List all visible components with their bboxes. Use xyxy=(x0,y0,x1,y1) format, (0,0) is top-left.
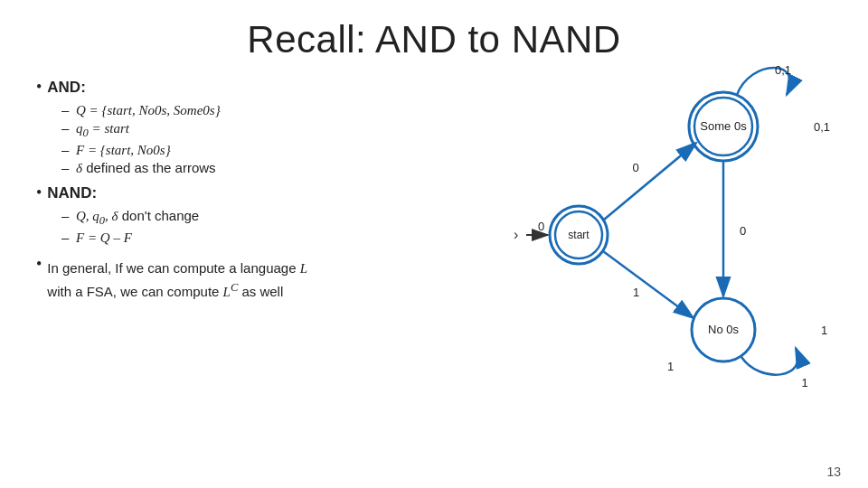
and-formula-f: F = {start, No0s} xyxy=(76,143,171,157)
nand-title: NAND: xyxy=(47,184,97,202)
and-title: AND: xyxy=(47,79,86,97)
state-no0s-label: No 0s xyxy=(708,323,739,336)
no0s-self-loop xyxy=(741,348,798,375)
nand-label: • NAND: xyxy=(36,183,506,206)
and-item-3: F = {start, No0s} xyxy=(61,142,506,158)
and-item-4: δ defined as the arrows xyxy=(61,160,506,176)
start-to-some0s-label: 0 xyxy=(632,161,638,174)
state-start-label: start xyxy=(568,229,590,241)
fsa-svg: Some 0s start › No 0s 0,1 1 xyxy=(506,54,850,398)
nand-formula-f: F = Q – F xyxy=(76,230,132,245)
top-right-label: 0,1 xyxy=(814,120,830,134)
some0s-to-no0s-label: 0 xyxy=(740,224,746,238)
and-formula-q: Q = {start, No0s, Some0s} xyxy=(76,103,221,117)
nand-item-1: Q, q0, δ don't change xyxy=(61,208,506,228)
state-some0s-label: Some 0s xyxy=(700,119,747,133)
and-item-1: Q = {start, No0s, Some0s} xyxy=(61,102,506,118)
and-bullets: Q = {start, No0s, Some0s} q0 = start F =… xyxy=(61,102,506,176)
start-to-some0s-arrow xyxy=(604,143,696,220)
and-label: • AND: xyxy=(36,78,506,100)
and-item-2: q0 = start xyxy=(61,120,506,140)
nand-bullets: Q, q0, δ don't change F = Q – F xyxy=(61,208,506,246)
fsa-diagram: Some 0s start › No 0s 0,1 1 xyxy=(506,54,850,416)
start-to-no0s-label: 1 xyxy=(633,286,639,299)
nand-formula-q: Q, q0, δ xyxy=(76,209,118,223)
nand-text-1: don't change xyxy=(118,208,200,223)
some0s-self-label: 0,1 xyxy=(775,63,791,77)
general-label: • In general, If we can compute a langua… xyxy=(36,253,506,302)
no0s-self-label: 1 xyxy=(801,376,807,389)
and-section: • AND: Q = {start, No0s, Some0s} q0 = st… xyxy=(36,78,506,176)
page-number: 13 xyxy=(826,465,841,479)
general-Lc: LC xyxy=(223,285,239,299)
bottom-right-label: 1 xyxy=(821,324,827,337)
slide: Recall: AND to NAND • AND: Q = {start, N… xyxy=(0,0,868,488)
nand-item-2: F = Q – F xyxy=(61,230,506,246)
start-indicator: › xyxy=(514,227,518,242)
left-zero-label: 0 xyxy=(538,220,544,233)
and-delta-text: δ defined as the arrows xyxy=(76,160,216,175)
start-to-no0s-arrow xyxy=(603,251,693,318)
and-formula-q0: q0 = start xyxy=(76,121,129,136)
general-L: L xyxy=(300,261,307,276)
general-text: In general, If we can compute a language… xyxy=(47,258,307,302)
general-section: • In general, If we can compute a langua… xyxy=(36,253,506,302)
bottom-label-1: 1 xyxy=(667,360,674,373)
nand-section: • NAND: Q, q0, δ don't change F = Q – F xyxy=(36,183,506,246)
left-column: • AND: Q = {start, No0s, Some0s} q0 = st… xyxy=(36,78,506,307)
